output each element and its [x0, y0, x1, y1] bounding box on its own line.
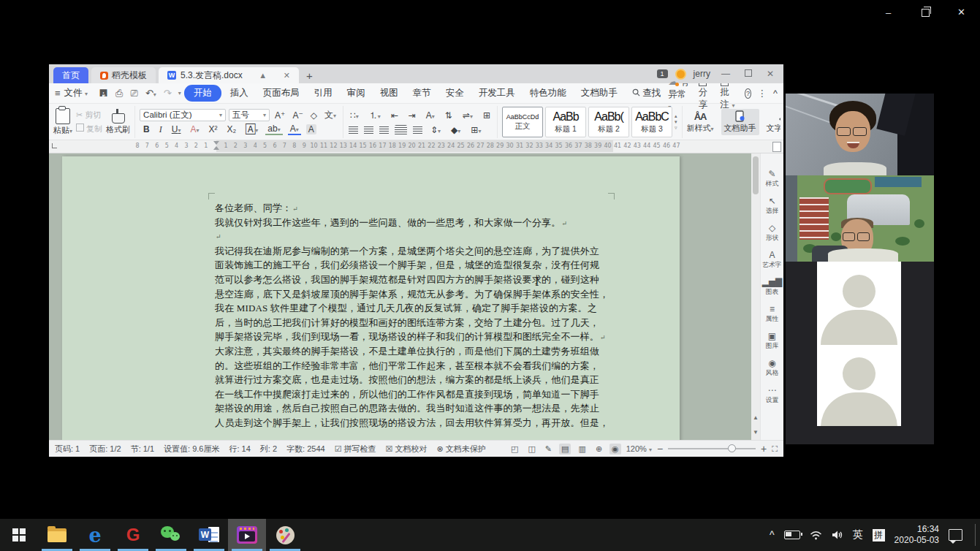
next-page-button[interactable]: ▼ — [751, 429, 760, 436]
style-preset-标题 2[interactable]: AaBb(标题 2 — [588, 107, 629, 137]
status-item-6[interactable]: 字数: 2544 — [286, 444, 325, 455]
taskbar-video-player[interactable] — [228, 519, 266, 551]
more-menu-icon[interactable]: ⋮ — [758, 88, 767, 99]
grow-font-button[interactable]: A⁺ — [273, 110, 287, 121]
menu-item-5[interactable]: 视图 — [373, 87, 406, 99]
menu-item-8[interactable]: 开发工具 — [471, 87, 523, 99]
taskbar-edge[interactable]: e — [76, 519, 114, 551]
align-left-icon[interactable] — [349, 126, 358, 134]
document-text[interactable]: 各位老师、同学：↵我就仅针对我工作这些年，遇到的一些问题、做的一些思考，和大家做… — [215, 202, 602, 431]
doc-text-line[interactable]: 范可以参考怎么搭设，我国的脚手架规范都是针对四四方方的脚手架搭设要求的，碰到这种 — [215, 273, 602, 288]
doc-text-line[interactable]: 各位老师、同学：↵ — [215, 202, 602, 216]
start-button[interactable] — [0, 519, 38, 551]
copy-button[interactable]: 复制 — [76, 123, 102, 134]
side-tool-chart[interactable]: ▂▅▇图表 — [762, 278, 783, 297]
table-insert-button[interactable]: ⊞ — [481, 110, 493, 121]
zoom-out-button[interactable]: − — [657, 443, 663, 455]
status-item-5[interactable]: 列: 2 — [260, 444, 277, 455]
doc-text-line[interactable]: 大家注意，其实最终的脚手架搭设，不是土建单位执行的，而是他们下属的土建劳务班组做 — [215, 345, 602, 360]
doc-text-line[interactable]: 我记得我在迪斯尼参与编制的第一个方案，是城堡两个塔尖之间的悬空连廊，为了提供外立 — [215, 245, 602, 259]
line-spacing-button[interactable]: ⇕▾ — [428, 125, 443, 135]
web-view-icon[interactable]: ⊕ — [593, 444, 604, 455]
vertical-scrollbar[interactable]: ▲ ▼ — [751, 153, 760, 440]
app-minimize-button[interactable]: — — [718, 69, 734, 79]
zoom-slider-knob[interactable] — [728, 444, 736, 452]
doc-text-line[interactable]: 人员走到这个脚手架上，让我们按照现场的搭设方法，回去用软件算算受力，再开放。但是… — [215, 417, 602, 431]
redo-icon[interactable]: ↷ — [160, 88, 175, 99]
status-check-1[interactable]: ☒ 文档校对 — [386, 444, 428, 455]
new-style-button[interactable]: ÅA 新样式▾ — [687, 111, 714, 134]
fullscreen-view-icon[interactable]: ◰ — [509, 444, 520, 455]
status-item-1[interactable]: 页面: 1/2 — [89, 444, 121, 455]
wifi-icon[interactable] — [810, 531, 822, 540]
scrollbar-thumb[interactable] — [753, 156, 759, 194]
document-page[interactable]: 各位老师、同学：↵我就仅针对我工作这些年，遇到的一些问题、做的一些思考，和大家做… — [62, 156, 680, 440]
language-indicator[interactable]: 英 — [853, 528, 863, 542]
font-size-select[interactable]: 五号▾ — [229, 109, 270, 121]
quickbar-more-icon[interactable]: ▾ — [178, 90, 181, 96]
status-item-2[interactable]: 节: 1/1 — [131, 444, 154, 455]
doc-text-line[interactable]: ↵ — [215, 230, 602, 245]
doc-text-line[interactable]: 就算进行过方案交底，也是走过场。按照他们的想法，编方案的都是纸上谈兵，他们是真正 — [215, 373, 602, 388]
style-preset-正文[interactable]: AaBbCcDd正文 — [502, 107, 543, 137]
superscript-button[interactable]: X² — [206, 124, 219, 134]
hanging-indent-marker[interactable] — [213, 146, 219, 150]
app-restore-button[interactable] — [741, 69, 756, 79]
bullets-button[interactable]: ∷▾ — [348, 110, 361, 121]
tab-home[interactable]: 首页 — [53, 67, 88, 83]
menu-item-9[interactable]: 特色功能 — [523, 87, 574, 99]
menu-item-1[interactable]: 插入 — [223, 87, 256, 99]
paste-button[interactable]: 粘贴▾ — [53, 108, 72, 136]
participant-video-1[interactable] — [786, 94, 934, 175]
status-item-0[interactable]: 页码: 1 — [55, 444, 80, 455]
outer-close-button[interactable]: ✕ — [957, 7, 965, 18]
tab-close-icon[interactable]: ✕ — [284, 71, 290, 80]
taskbar-g-browser[interactable]: G — [114, 519, 152, 551]
status-check-2[interactable]: ⊗ 文档未保护 — [436, 444, 485, 455]
outline-view-icon[interactable]: ▥ — [576, 444, 588, 455]
status-item-4[interactable]: 行: 14 — [229, 444, 250, 455]
taskbar-paint-app[interactable] — [266, 519, 304, 551]
user-name[interactable]: jerry — [694, 69, 710, 79]
menu-item-2[interactable]: 页面布局 — [256, 87, 307, 99]
tab-stop-icon[interactable] — [52, 143, 57, 148]
shrink-font-button[interactable]: A⁻ — [290, 110, 305, 121]
decrease-indent-button[interactable]: ⇤ — [389, 110, 400, 121]
cut-button[interactable]: ✂ 剪切 — [76, 110, 101, 121]
increase-indent-button[interactable]: ⇥ — [406, 110, 418, 121]
help-icon[interactable]: ? — [745, 88, 751, 99]
layout-button[interactable]: ⇌▾ — [460, 110, 475, 121]
highlight-button[interactable]: ab▾ — [265, 123, 282, 135]
shading-button[interactable]: ◆▾ — [449, 125, 463, 135]
doc-text-line[interactable]: 在一线工作中摸爬滚打走过来的，所以他们的工作作风都是直接到现场，简单知道一下脚手 — [215, 388, 602, 403]
document-viewport[interactable]: 各位老师、同学：↵我就仅针对我工作这些年，遇到的一些问题、做的一些思考，和大家做… — [49, 153, 751, 440]
style-gallery-scroll[interactable]: ▴▾▿ — [675, 114, 677, 130]
tab-document[interactable]: W 5.3.发言稿.docx ▲ ✕ — [159, 67, 299, 83]
action-center-icon[interactable] — [949, 529, 962, 541]
status-check-0[interactable]: ☑ 拼写检查 — [335, 444, 376, 455]
outer-restore-button[interactable] — [922, 9, 930, 17]
speaker-icon[interactable] — [832, 530, 843, 540]
zoom-level[interactable]: 120% ▾ — [626, 444, 652, 453]
first-line-indent-marker[interactable] — [213, 141, 219, 145]
page-view-icon[interactable]: ▤ — [559, 444, 571, 455]
sort-button[interactable]: ⇅ — [443, 110, 455, 121]
menu-item-7[interactable]: 安全 — [438, 87, 471, 99]
align-right-icon[interactable] — [379, 126, 389, 134]
menu-start[interactable]: 开始 — [184, 85, 221, 102]
style-preset-标题 1[interactable]: AaBb标题 1 — [545, 107, 586, 137]
numbering-button[interactable]: ⒈▾ — [367, 110, 383, 122]
previous-page-button[interactable]: ▲ — [751, 414, 760, 421]
menu-item-3[interactable]: 引用 — [307, 87, 340, 99]
side-tool-select[interactable]: ↖选择 — [765, 197, 779, 216]
app-close-button[interactable]: ✕ — [763, 69, 778, 79]
side-tool-style-theme[interactable]: ◉风格 — [765, 359, 779, 378]
doc-text-line[interactable]: 脚手架搭设完毕，我们到现场一看，现场搭设的样子和我们的计算模型和图纸完全不一样。… — [215, 330, 602, 345]
distribute-icon[interactable] — [413, 126, 422, 134]
fit-page-icon[interactable]: ⛶ — [772, 444, 778, 454]
outer-minimize-button[interactable]: – — [886, 7, 891, 19]
font-color-button[interactable]: A▾ — [288, 123, 301, 135]
two-page-view-icon[interactable]: ◫ — [525, 444, 537, 455]
side-tool-wordart[interactable]: A艺术字 — [761, 251, 783, 270]
participant-video-2[interactable] — [786, 175, 934, 262]
